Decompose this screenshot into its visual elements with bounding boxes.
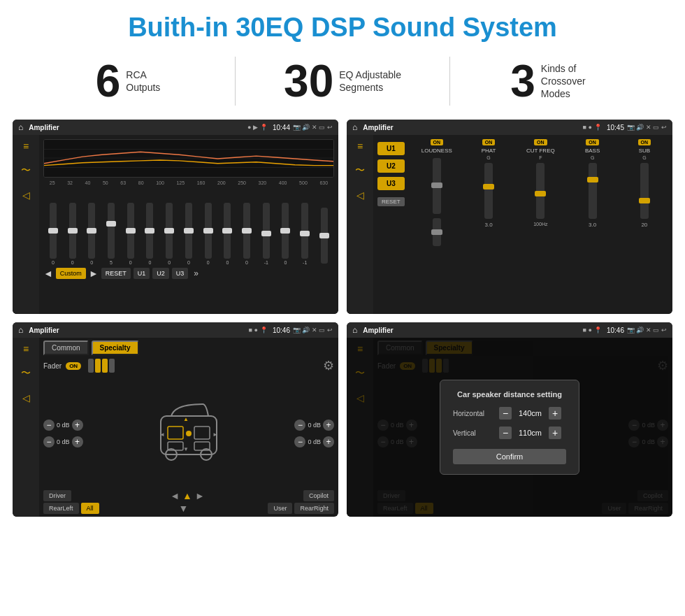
u1-btn-2[interactable]: U1 (377, 142, 405, 155)
nav-arrows-3: ◄ ▲ ► (73, 490, 301, 501)
time-2: 10:45 (607, 124, 624, 131)
vol-minus-br[interactable]: − (294, 436, 305, 447)
speaker-icon-2[interactable]: ◁ (356, 189, 364, 201)
prev-btn[interactable]: ◄ (43, 268, 53, 279)
nav-left-3[interactable]: ◄ (170, 490, 180, 501)
eq-slider-6[interactable]: 0 (166, 203, 173, 265)
status-icons-4: ■ ● (583, 327, 592, 334)
eq-bottom: ◄ Custom ► RESET U1 U2 U3 » (43, 268, 334, 279)
eq-sliders: 0 0 0 5 0 0 0 0 0 0 0 -1 0 -1 (43, 188, 334, 265)
svg-text:►: ► (212, 431, 218, 438)
bottom-btns-row2: RearLeft All ▼ User RearRight (43, 503, 334, 514)
vol-plus-bl[interactable]: + (72, 436, 83, 447)
horizontal-plus[interactable]: + (549, 407, 561, 420)
eq-slider-7[interactable]: 0 (185, 203, 192, 265)
speaker-icon[interactable]: ◁ (22, 189, 30, 201)
driver-btn[interactable]: Driver (43, 490, 71, 501)
horizontal-minus[interactable]: − (499, 407, 512, 420)
eq-icon[interactable]: ≡ (23, 141, 29, 152)
play-btn[interactable]: ► (89, 268, 99, 279)
controls-icons-1: 📷 🔊 ✕ ▭ ↩ (293, 124, 333, 131)
speaker-icon-3[interactable]: ◁ (22, 392, 30, 403)
u-buttons-col: U1 U2 U3 RESET (373, 135, 409, 314)
ctrl-phat: ON PHAT G 3.0 (463, 139, 514, 310)
eq-slider-11[interactable]: -1 (263, 203, 270, 265)
time-4: 10:46 (607, 327, 624, 334)
pin-icon-2: 📍 (594, 124, 602, 131)
phat-slider[interactable] (484, 163, 493, 219)
reset-btn-2[interactable]: RESET (377, 197, 405, 206)
vol-minus-tl[interactable]: − (43, 420, 55, 431)
vol-minus-bl[interactable]: − (43, 436, 55, 447)
eq-slider-1[interactable]: 0 (69, 203, 76, 265)
rearright-btn[interactable]: RearRight (294, 503, 334, 514)
vertical-plus[interactable]: + (549, 427, 561, 439)
custom-btn[interactable]: Custom (56, 268, 86, 279)
eq-slider-13[interactable]: -1 (301, 203, 308, 265)
settings-icon-3[interactable]: ⚙ (323, 358, 334, 373)
vol-val-br: 0 dB (308, 438, 321, 445)
home-icon-1[interactable]: ⌂ (18, 122, 23, 132)
ctrl-loudness: ON LOUDNESS (412, 139, 462, 310)
wave-icon-3[interactable]: 〜 (21, 367, 31, 380)
vol-plus-tr[interactable]: + (323, 420, 334, 431)
loudness-slider[interactable] (433, 158, 441, 214)
eq-slider-3[interactable]: 5 (108, 203, 115, 265)
dialog-title: Car speaker distance setting (453, 390, 566, 399)
u3-btn-1[interactable]: U3 (172, 268, 189, 279)
eq-icon-2[interactable]: ≡ (357, 141, 363, 152)
rearleft-btn[interactable]: RearLeft (43, 503, 79, 514)
u2-btn-2[interactable]: U2 (377, 159, 405, 173)
all-btn[interactable]: All (81, 503, 99, 514)
vol-plus-br[interactable]: + (323, 436, 334, 447)
stat-crossover: 3 Kinds ofCrossover Modes (471, 59, 643, 103)
copilot-btn[interactable]: Copilot (303, 490, 334, 501)
dialog-row-horizontal: Horizontal − 140cm + (453, 407, 566, 420)
bass-slider[interactable] (589, 163, 597, 219)
wave-icon-2[interactable]: 〜 (355, 164, 365, 177)
fader-label: Fader (43, 362, 62, 370)
left-panel-1: ≡ 〜 ◁ (13, 135, 39, 314)
eq-slider-4[interactable]: 0 (127, 203, 134, 265)
vertical-minus[interactable]: − (499, 427, 512, 439)
cutfreq-slider[interactable] (536, 163, 545, 219)
vol-minus-tr[interactable]: − (294, 420, 305, 431)
eq-slider-10[interactable]: 0 (243, 203, 250, 265)
speaker-tabs: Common Specialty (43, 341, 334, 355)
stats-row: 6 RCAOutputs 30 EQ AdjustableSegments 3 … (0, 50, 685, 116)
u1-btn-1[interactable]: U1 (134, 268, 150, 279)
eq-slider-14[interactable] (321, 208, 328, 265)
vol-plus-tl[interactable]: + (72, 420, 83, 431)
car-volume-area: − 0 dB + − 0 dB + (43, 379, 334, 487)
wave-icon[interactable]: 〜 (21, 164, 31, 177)
home-icon-3[interactable]: ⌂ (18, 325, 23, 335)
nav-down-3[interactable]: ▼ (179, 503, 189, 514)
eq-slider-2[interactable]: 0 (88, 203, 95, 265)
reset-btn-1[interactable]: RESET (101, 268, 131, 279)
vol-ctrl-tr: − 0 dB + (294, 420, 334, 431)
user-btn[interactable]: User (268, 503, 292, 514)
home-icon-2[interactable]: ⌂ (352, 122, 357, 132)
u3-btn-2[interactable]: U3 (377, 177, 405, 190)
eq-slider-0[interactable]: 0 (50, 203, 57, 265)
screen4-body: ≡ 〜 ◁ Common Specialty Fader ON (347, 338, 672, 517)
u2-btn-1[interactable]: U2 (152, 268, 169, 279)
loudness-slider2[interactable] (433, 218, 441, 246)
bottom-btns-3: Driver ◄ ▲ ► Copilot (43, 490, 334, 501)
eq-slider-12[interactable]: 0 (282, 203, 289, 265)
eq-slider-8[interactable]: 0 (205, 203, 212, 265)
confirm-button[interactable]: Confirm (453, 449, 566, 464)
stat-label-crossover: Kinds ofCrossover Modes (541, 62, 604, 101)
nav-up-3[interactable]: ▲ (182, 490, 192, 501)
on-badge-phat: ON (482, 139, 496, 145)
tab-common[interactable]: Common (43, 341, 89, 355)
sub-slider[interactable] (640, 163, 649, 219)
tab-specialty[interactable]: Specialty (92, 341, 139, 355)
page-title: Buith-in 30EQ DSP Sound System (0, 0, 685, 50)
eq-icon-3[interactable]: ≡ (23, 343, 29, 354)
pin-icon-4: 📍 (594, 327, 602, 334)
nav-right-3[interactable]: ► (195, 490, 205, 501)
eq-slider-5[interactable]: 0 (146, 203, 153, 265)
home-icon-4[interactable]: ⌂ (352, 325, 357, 335)
eq-slider-9[interactable]: 0 (224, 203, 231, 265)
